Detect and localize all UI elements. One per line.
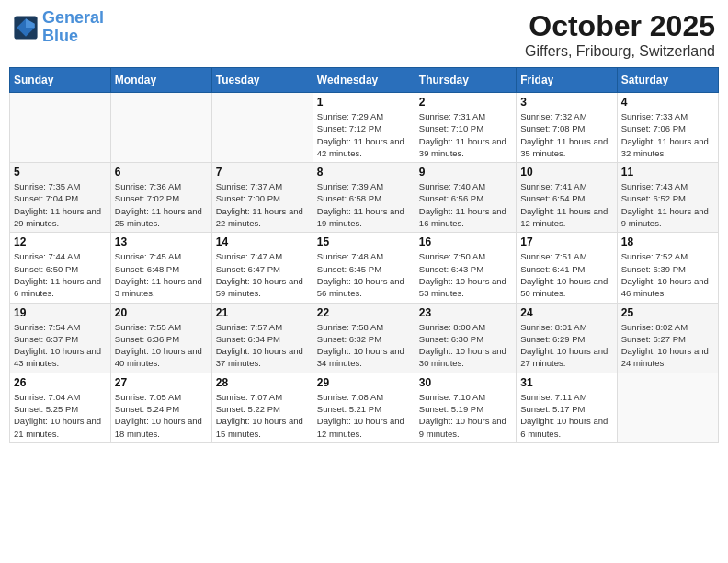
day-number: 1 (317, 96, 411, 109)
day-number: 7 (216, 166, 309, 178)
day-info: Sunrise: 7:33 AM Sunset: 7:06 PM Dayligh… (621, 110, 714, 159)
day-number: 8 (317, 166, 411, 178)
calendar-week-row: 12Sunrise: 7:44 AM Sunset: 6:50 PM Dayli… (10, 233, 719, 303)
calendar-day-cell: 1Sunrise: 7:29 AM Sunset: 7:12 PM Daylig… (313, 93, 415, 163)
calendar-day-cell: 8Sunrise: 7:39 AM Sunset: 6:58 PM Daylig… (313, 163, 415, 233)
calendar-day-cell: 9Sunrise: 7:40 AM Sunset: 6:56 PM Daylig… (415, 163, 516, 233)
calendar-day-cell: 22Sunrise: 7:58 AM Sunset: 6:32 PM Dayli… (313, 303, 415, 373)
day-info: Sunrise: 7:44 AM Sunset: 6:50 PM Dayligh… (14, 250, 107, 299)
day-number: 26 (14, 376, 107, 389)
day-number: 30 (419, 376, 512, 389)
weekday-header-cell: Saturday (617, 68, 718, 93)
calendar-week-row: 26Sunrise: 7:04 AM Sunset: 5:25 PM Dayli… (10, 373, 719, 442)
day-info: Sunrise: 7:07 AM Sunset: 5:22 PM Dayligh… (216, 391, 309, 440)
calendar-day-cell: 2Sunrise: 7:31 AM Sunset: 7:10 PM Daylig… (415, 93, 516, 163)
calendar-day-cell: 14Sunrise: 7:47 AM Sunset: 6:47 PM Dayli… (211, 233, 313, 303)
logo-icon (13, 15, 39, 40)
calendar-day-cell: 3Sunrise: 7:32 AM Sunset: 7:08 PM Daylig… (517, 93, 617, 163)
calendar-table: SundayMondayTuesdayWednesdayThursdayFrid… (9, 67, 719, 443)
day-info: Sunrise: 7:48 AM Sunset: 6:45 PM Dayligh… (317, 250, 411, 299)
logo: GeneralBlue (13, 9, 104, 46)
day-info: Sunrise: 7:31 AM Sunset: 7:10 PM Dayligh… (419, 110, 512, 159)
day-number: 28 (216, 376, 309, 389)
day-number: 20 (115, 306, 208, 319)
day-number: 25 (621, 306, 714, 319)
day-info: Sunrise: 8:01 AM Sunset: 6:29 PM Dayligh… (520, 321, 612, 370)
calendar-day-cell: 13Sunrise: 7:45 AM Sunset: 6:48 PM Dayli… (110, 233, 211, 303)
day-info: Sunrise: 7:50 AM Sunset: 6:43 PM Dayligh… (419, 250, 512, 299)
logo-text: GeneralBlue (42, 9, 104, 46)
day-number: 21 (216, 306, 309, 319)
day-number: 12 (14, 236, 107, 248)
weekday-header-cell: Tuesday (211, 68, 313, 93)
day-number: 5 (14, 166, 107, 178)
calendar-day-cell: 10Sunrise: 7:41 AM Sunset: 6:54 PM Dayli… (517, 163, 617, 233)
day-info: Sunrise: 8:00 AM Sunset: 6:30 PM Dayligh… (419, 321, 512, 370)
calendar-week-row: 5Sunrise: 7:35 AM Sunset: 7:04 PM Daylig… (10, 163, 719, 233)
weekday-header-cell: Friday (517, 68, 617, 93)
day-number: 16 (419, 236, 512, 248)
day-info: Sunrise: 7:08 AM Sunset: 5:21 PM Dayligh… (317, 391, 411, 440)
calendar-day-cell: 31Sunrise: 7:11 AM Sunset: 5:17 PM Dayli… (517, 373, 617, 442)
day-number: 17 (520, 236, 612, 248)
day-info: Sunrise: 7:57 AM Sunset: 6:34 PM Dayligh… (216, 321, 309, 370)
day-info: Sunrise: 7:35 AM Sunset: 7:04 PM Dayligh… (14, 180, 107, 229)
day-info: Sunrise: 7:39 AM Sunset: 6:58 PM Dayligh… (317, 180, 411, 229)
day-number: 15 (317, 236, 411, 248)
calendar-day-cell: 21Sunrise: 7:57 AM Sunset: 6:34 PM Dayli… (211, 303, 313, 373)
weekday-header-cell: Sunday (10, 68, 111, 93)
day-info: Sunrise: 7:41 AM Sunset: 6:54 PM Dayligh… (520, 180, 612, 229)
day-info: Sunrise: 7:37 AM Sunset: 7:00 PM Dayligh… (216, 180, 309, 229)
day-info: Sunrise: 7:43 AM Sunset: 6:52 PM Dayligh… (621, 180, 714, 229)
page-header: GeneralBlue October 2025 Giffers, Fribou… (9, 9, 719, 60)
day-info: Sunrise: 7:10 AM Sunset: 5:19 PM Dayligh… (419, 391, 512, 440)
calendar-day-cell: 23Sunrise: 8:00 AM Sunset: 6:30 PM Dayli… (415, 303, 516, 373)
weekday-header-cell: Monday (110, 68, 211, 93)
calendar-day-cell: 28Sunrise: 7:07 AM Sunset: 5:22 PM Dayli… (211, 373, 313, 442)
day-number: 19 (14, 306, 107, 319)
day-number: 4 (621, 96, 714, 109)
day-info: Sunrise: 7:58 AM Sunset: 6:32 PM Dayligh… (317, 321, 411, 370)
calendar-day-cell: 11Sunrise: 7:43 AM Sunset: 6:52 PM Dayli… (617, 163, 718, 233)
day-number: 3 (520, 96, 612, 109)
calendar-day-cell: 29Sunrise: 7:08 AM Sunset: 5:21 PM Dayli… (313, 373, 415, 442)
weekday-header-row: SundayMondayTuesdayWednesdayThursdayFrid… (10, 68, 719, 93)
day-info: Sunrise: 7:11 AM Sunset: 5:17 PM Dayligh… (520, 391, 612, 440)
day-number: 2 (419, 96, 512, 109)
calendar-day-cell: 4Sunrise: 7:33 AM Sunset: 7:06 PM Daylig… (617, 93, 718, 163)
calendar-day-cell: 30Sunrise: 7:10 AM Sunset: 5:19 PM Dayli… (415, 373, 516, 442)
calendar-day-cell (617, 373, 718, 442)
calendar-day-cell: 7Sunrise: 7:37 AM Sunset: 7:00 PM Daylig… (211, 163, 313, 233)
day-number: 29 (317, 376, 411, 389)
day-info: Sunrise: 7:04 AM Sunset: 5:25 PM Dayligh… (14, 391, 107, 440)
calendar-day-cell: 18Sunrise: 7:52 AM Sunset: 6:39 PM Dayli… (617, 233, 718, 303)
calendar-day-cell: 19Sunrise: 7:54 AM Sunset: 6:37 PM Dayli… (10, 303, 111, 373)
calendar-day-cell (110, 93, 211, 163)
calendar-week-row: 19Sunrise: 7:54 AM Sunset: 6:37 PM Dayli… (10, 303, 719, 373)
day-info: Sunrise: 7:47 AM Sunset: 6:47 PM Dayligh… (216, 250, 309, 299)
calendar-day-cell: 12Sunrise: 7:44 AM Sunset: 6:50 PM Dayli… (10, 233, 111, 303)
day-number: 31 (520, 376, 612, 389)
day-info: Sunrise: 7:55 AM Sunset: 6:36 PM Dayligh… (115, 321, 208, 370)
month-title: October 2025 (525, 9, 715, 43)
day-info: Sunrise: 7:45 AM Sunset: 6:48 PM Dayligh… (115, 250, 208, 299)
calendar-day-cell: 5Sunrise: 7:35 AM Sunset: 7:04 PM Daylig… (10, 163, 111, 233)
day-info: Sunrise: 7:29 AM Sunset: 7:12 PM Dayligh… (317, 110, 411, 159)
day-info: Sunrise: 7:51 AM Sunset: 6:41 PM Dayligh… (520, 250, 612, 299)
calendar-day-cell: 24Sunrise: 8:01 AM Sunset: 6:29 PM Dayli… (517, 303, 617, 373)
day-number: 14 (216, 236, 309, 248)
day-number: 6 (115, 166, 208, 178)
day-number: 24 (520, 306, 612, 319)
day-info: Sunrise: 7:40 AM Sunset: 6:56 PM Dayligh… (419, 180, 512, 229)
day-number: 22 (317, 306, 411, 319)
calendar-day-cell: 27Sunrise: 7:05 AM Sunset: 5:24 PM Dayli… (110, 373, 211, 442)
calendar-body: 1Sunrise: 7:29 AM Sunset: 7:12 PM Daylig… (10, 93, 719, 443)
calendar-day-cell: 6Sunrise: 7:36 AM Sunset: 7:02 PM Daylig… (110, 163, 211, 233)
weekday-header-cell: Thursday (415, 68, 516, 93)
title-block: October 2025 Giffers, Fribourg, Switzerl… (525, 9, 715, 60)
day-number: 10 (520, 166, 612, 178)
calendar-day-cell: 17Sunrise: 7:51 AM Sunset: 6:41 PM Dayli… (517, 233, 617, 303)
day-info: Sunrise: 7:52 AM Sunset: 6:39 PM Dayligh… (621, 250, 714, 299)
location: Giffers, Fribourg, Switzerland (525, 43, 715, 60)
calendar-day-cell: 20Sunrise: 7:55 AM Sunset: 6:36 PM Dayli… (110, 303, 211, 373)
